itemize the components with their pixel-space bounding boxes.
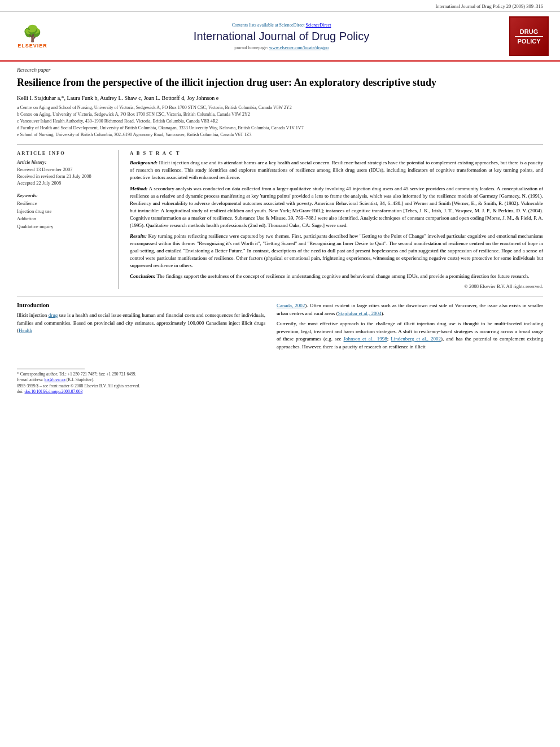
abstract-column: A B S T R A C T Background: Illicit inje… — [130, 150, 543, 289]
sciencedirect-link: Contents lists available at ScienceDirec… — [59, 23, 504, 28]
keyword-1: Resilience — [17, 200, 111, 208]
affiliation-b: b Centre on Aging, University of Victori… — [17, 111, 543, 118]
background-content: Illicit injection drug use and its atten… — [130, 160, 543, 180]
body-left-column: Introduction Illicit injection drug use … — [17, 302, 265, 395]
drug-policy-logo: DRUG POLICY — [509, 16, 549, 56]
citation-text: International Journal of Drug Policy 20 … — [435, 3, 543, 9]
authors-text: Kelli I. Stajduhar a,*, Laura Funk b, Au… — [17, 95, 218, 101]
method-content: A secondary analysis was conducted on da… — [130, 186, 543, 228]
intro-p1: Illicit injection drug use is a health a… — [17, 312, 265, 335]
body-p2: Currently, the most effective approach t… — [277, 320, 543, 351]
logo-drug-text: DRUG — [520, 28, 538, 35]
health-link[interactable]: Health — [19, 327, 32, 333]
journal-title: International Journal of Drug Policy — [59, 30, 504, 43]
intro-paragraph: Illicit injection drug use is a health a… — [17, 312, 265, 335]
affiliation-e: e School of Nursing, University of Briti… — [17, 132, 543, 138]
article-title: Resilience from the perspective of the i… — [17, 76, 543, 89]
footnote-email-text: E-mail address: kis@uvic.ca (K.I. Stajdu… — [17, 377, 265, 383]
homepage-link[interactable]: www.elsevier.com/locate/drugpo — [269, 45, 329, 50]
abstract-conclusion-text: Conclusion: The findings support the use… — [130, 273, 543, 280]
email-prefix: E-mail address: — [17, 377, 45, 382]
doi-prefix: doi: — [17, 389, 24, 394]
article-keywords: Keywords: Resilience Injection drug use … — [17, 193, 111, 230]
journal-homepage: journal homepage: www.elsevier.com/locat… — [59, 45, 504, 50]
received-date: Received 13 December 2007 — [17, 167, 111, 173]
abstract-method-text: Method: A secondary analysis was conduct… — [130, 185, 543, 229]
lindenberg-link[interactable]: Lindenberg et al., 2002 — [391, 336, 441, 342]
top-citation: International Journal of Drug Policy 20 … — [0, 0, 560, 12]
email-link[interactable]: kis@uvic.ca — [45, 377, 65, 382]
article-type: Research paper — [17, 67, 543, 73]
logo-policy-text: POLICY — [518, 38, 541, 45]
abstract-header: A B S T R A C T — [130, 150, 543, 156]
homepage-prefix: journal homepage: — [234, 45, 269, 50]
journal-header: 🌳 ELSEVIER Contents lists available at S… — [0, 12, 560, 62]
doi-link[interactable]: doi:10.1016/j.drugpo.2008.07.003 — [25, 389, 83, 394]
body-right-column: Canada, 2002). Often most evident in lar… — [277, 302, 543, 395]
introduction-title: Introduction — [17, 302, 265, 308]
sciencedirect-text: Contents lists available at ScienceDirec… — [232, 23, 305, 28]
abstract-background-text: Background: Illicit injection drug use a… — [130, 159, 543, 181]
body-p1: Canada, 2002). Often most evident in lar… — [277, 302, 543, 317]
canada-link[interactable]: Canada, 2002 — [277, 303, 305, 308]
keywords-list: Resilience Injection drug use Addiction … — [17, 200, 111, 230]
article-info-header: ARTICLE INFO — [17, 150, 111, 156]
affiliation-a: a Centre on Aging and School of Nursing,… — [17, 104, 543, 111]
abstract-results-text: Results: Key turning points reflecting r… — [130, 233, 543, 269]
sciencedirect-anchor[interactable]: ScienceDirect — [305, 23, 331, 28]
affiliation-d: d Faculty of Health and Social Developme… — [17, 125, 543, 132]
footnote-section: * Corresponding author. Tel.: +1 250 721… — [17, 369, 265, 395]
footnote-star-text: * Corresponding author. Tel.: +1 250 721… — [17, 372, 265, 378]
abstract-method: Method: A secondary analysis was conduct… — [130, 185, 543, 229]
background-label: Background: — [130, 160, 158, 165]
based-text: Based — [73, 320, 86, 326]
keyword-3: Addiction — [17, 215, 111, 223]
copyright-text: © 2008 Elsevier B.V. All rights reserved… — [130, 283, 543, 289]
results-content: Key turning points reflecting resilience… — [130, 233, 543, 268]
abstract-background: Background: Illicit injection drug use a… — [130, 159, 543, 181]
journal-center: Contents lists available at ScienceDirec… — [54, 23, 509, 50]
accepted-date: Accepted 22 July 2008 — [17, 180, 111, 187]
history-label: Article history: — [17, 159, 111, 165]
footnote-doi: doi: doi:10.1016/j.drugpo.2008.07.003 — [17, 389, 265, 395]
body-right-text: Canada, 2002). Often most evident in lar… — [277, 302, 543, 351]
body-content: Introduction Illicit injection drug use … — [17, 296, 543, 395]
conclusion-content: The findings support the usefulness of t… — [157, 273, 530, 279]
elsevier-logo: 🌳 ELSEVIER — [11, 21, 54, 52]
affiliation-c: c Vancouver Island Health Authority, 430… — [17, 118, 543, 125]
footnote-issn: 0955-3959/$ – see front matter © 2008 El… — [17, 383, 265, 390]
two-column-section: ARTICLE INFO Article history: Received 1… — [17, 144, 543, 289]
article-info-column: ARTICLE INFO Article history: Received 1… — [17, 150, 119, 289]
johnson-link[interactable]: Johnson et al., 1998 — [344, 336, 387, 342]
keywords-label: Keywords: — [17, 193, 111, 198]
revised-date: Received in revised form 21 July 2008 — [17, 173, 111, 180]
email-suffix: (K.I. Stajduhar). — [67, 377, 94, 382]
article-history: Article history: Received 13 December 20… — [17, 159, 111, 187]
drug-link[interactable]: drug — [49, 312, 58, 318]
keyword-2: Injection drug use — [17, 208, 111, 216]
method-label: Method: — [130, 186, 148, 191]
stajduhar-link[interactable]: Stajduhar et al., 2004 — [338, 311, 382, 316]
affiliations: a Centre on Aging and School of Nursing,… — [17, 104, 543, 138]
authors-line: Kelli I. Stajduhar a,*, Laura Funk b, Au… — [17, 95, 543, 101]
conclusion-label: Conclusion: — [130, 273, 156, 279]
page: International Journal of Drug Policy 20 … — [0, 0, 560, 747]
abstract-conclusion: Conclusion: The findings support the use… — [130, 273, 543, 280]
results-label: Results: — [130, 233, 147, 239]
footnote-bar — [17, 369, 85, 369]
elsevier-tree-icon: 🌳 — [23, 24, 42, 43]
keyword-4: Qualitative inquiry — [17, 223, 111, 231]
main-content: Research paper Resilience from the persp… — [0, 62, 560, 401]
abstract-results: Results: Key turning points reflecting r… — [130, 233, 543, 269]
elsevier-text: ELSEVIER — [18, 43, 47, 49]
